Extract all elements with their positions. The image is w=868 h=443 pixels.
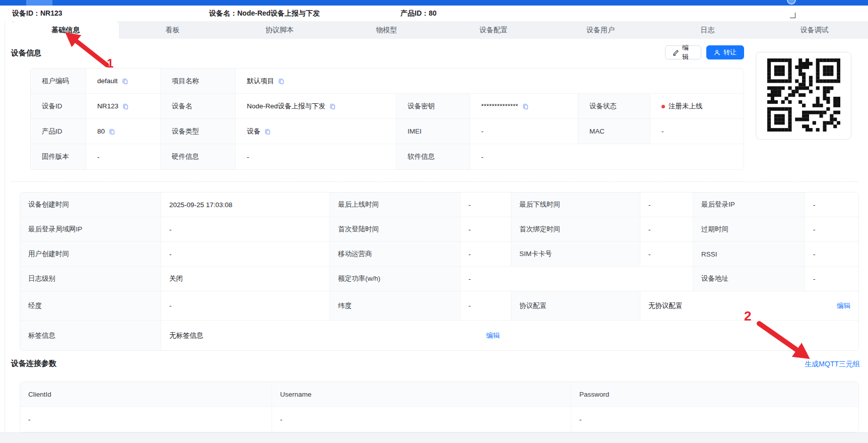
device-qr-code: [767, 58, 840, 134]
sim-number-label: SIM卡卡号: [511, 242, 640, 267]
first-bind-value: -: [640, 217, 693, 242]
section-divider: [11, 181, 857, 182]
tab-logs[interactable]: 日志: [654, 21, 761, 39]
annotation-arrow-1: [72, 37, 107, 65]
table-row: 经度 - 纬度 - 协议配置 无协议配置编辑: [20, 291, 858, 321]
device-address-label: 设备地址: [693, 267, 805, 291]
tags-edit-link[interactable]: 编辑: [486, 331, 500, 340]
longitude-value: -: [161, 291, 330, 321]
table-row: 设备创建时间 2025-09-25 17:03:08 最后上线时间 - 最后下线…: [20, 193, 858, 217]
username-header: Username: [272, 382, 571, 407]
copy-icon[interactable]: [278, 78, 285, 85]
status-dot: [661, 105, 665, 108]
carrier-value: -: [460, 242, 511, 267]
username-value: -: [272, 407, 571, 432]
log-level-label: 日志级别: [20, 267, 161, 291]
first-login-value: -: [460, 217, 511, 242]
user-icon: [714, 49, 720, 56]
tags-label: 标签信息: [20, 321, 161, 350]
firmware-value: -: [86, 144, 161, 169]
carrier-label: 移动运营商: [330, 242, 460, 267]
header-device-id: 设备ID：NR123: [12, 9, 62, 18]
device-type-value: 设备: [247, 127, 260, 136]
header-device-name: 设备名：Node-Red设备上报与下发: [209, 9, 320, 18]
window-header: 设备ID：NR123 设备名：Node-Red设备上报与下发 产品ID：80: [0, 6, 868, 21]
tab-device-users[interactable]: 设备用户: [547, 21, 654, 39]
connection-params-table: ClientId Username Password - - -: [20, 382, 859, 432]
status-badge: 注册未上线: [669, 102, 703, 110]
device-key-label: 设备密钥: [396, 94, 470, 119]
software-value: -: [470, 144, 744, 169]
protocol-config-value: 无协议配置: [648, 301, 683, 310]
last-lan-ip-value: -: [161, 217, 330, 242]
copy-icon[interactable]: [122, 103, 129, 110]
rssi-value: -: [805, 242, 858, 267]
tab-device-config[interactable]: 设备配置: [440, 21, 547, 39]
hardware-label: 硬件信息: [161, 144, 236, 169]
product-id-value: 80: [97, 128, 105, 135]
panel-left-edge: [5, 21, 5, 432]
table-row: - - -: [20, 407, 858, 432]
user-created-label: 用户创建时间: [20, 242, 161, 267]
tab-protocol-script[interactable]: 协议脚本: [226, 21, 333, 39]
table-row: 标签信息 无标签信息编辑: [20, 321, 858, 350]
page-footer-strip: [0, 432, 868, 443]
topbar-segment: [26, 0, 52, 6]
clientid-value: -: [20, 407, 272, 432]
imei-label: IMEI: [396, 119, 470, 144]
avatar-dot[interactable]: [787, 0, 796, 5]
first-bind-label: 首次绑定时间: [511, 217, 640, 242]
sim-number-value: -: [640, 242, 693, 267]
table-row: ClientId Username Password: [20, 382, 858, 407]
software-label: 软件信息: [396, 144, 470, 169]
last-offline-label: 最后下线时间: [511, 193, 640, 217]
device-name-label: 设备名: [161, 94, 236, 119]
device-qr-card: [756, 52, 851, 140]
table-row: 租户编码 default 项目名称 默认项目: [31, 69, 744, 94]
copy-icon[interactable]: [264, 128, 271, 135]
password-value: -: [571, 407, 858, 432]
imei-value: -: [470, 119, 578, 144]
tab-basic-info[interactable]: 基础信息: [12, 21, 119, 39]
edit-device-button[interactable]: 编辑: [665, 45, 701, 59]
created-time-label: 设备创建时间: [20, 193, 161, 217]
copy-icon[interactable]: [108, 128, 115, 135]
device-id-label: 设备ID: [31, 94, 86, 119]
longitude-label: 经度: [20, 291, 161, 321]
tab-dashboard[interactable]: 看板: [119, 21, 226, 39]
transfer-device-button[interactable]: 转让: [706, 45, 744, 59]
device-info-table: 租户编码 default 项目名称 默认项目 设备ID NR123 设备名 No…: [30, 68, 744, 170]
last-offline-value: -: [640, 193, 693, 217]
device-type-label: 设备类型: [161, 119, 236, 144]
rssi-label: RSSI: [693, 242, 805, 267]
table-row: 最后登录局域网IP - 首次登陆时间 - 首次绑定时间 - 过期时间 -: [20, 217, 858, 242]
table-row: 用户创建时间 - 移动运营商 - SIM卡卡号 - RSSI -: [20, 242, 858, 267]
rated-power-label: 额定功率(w/h): [330, 267, 460, 291]
tab-device-debug[interactable]: 设备调试: [761, 21, 868, 39]
user-created-value: -: [161, 242, 330, 267]
copy-icon[interactable]: [522, 103, 529, 110]
device-stats-table: 设备创建时间 2025-09-25 17:03:08 最后上线时间 - 最后下线…: [20, 192, 859, 351]
generate-mqtt-link[interactable]: 生成MQTT三元组: [805, 360, 860, 369]
protocol-config-label: 协议配置: [511, 291, 640, 321]
last-login-ip-label: 最后登录IP: [693, 193, 805, 217]
dock-window-icon[interactable]: [790, 13, 795, 18]
copy-icon[interactable]: [329, 103, 336, 110]
clientid-header: ClientId: [20, 382, 272, 407]
device-address-value: -: [805, 267, 858, 291]
last-online-label: 最后上线时间: [330, 193, 460, 217]
device-id-value: NR123: [97, 102, 118, 110]
header-product-id: 产品ID：80: [400, 9, 437, 18]
protocol-edit-link[interactable]: 编辑: [837, 301, 850, 310]
table-row: 产品ID 80 设备类型 设备 IMEI - MAC -: [31, 119, 744, 144]
mac-value: -: [650, 119, 744, 144]
expire-time-value: -: [805, 217, 858, 242]
detail-tabbar: 基础信息 看板 协议脚本 物模型 设备配置 设备用户 日志 设备调试: [12, 21, 868, 39]
latitude-value: -: [460, 291, 511, 321]
pencil-icon: [673, 49, 679, 56]
password-header: Password: [571, 382, 858, 407]
table-row: 固件版本 - 硬件信息 - 软件信息 -: [31, 144, 744, 169]
copy-icon[interactable]: [121, 78, 128, 85]
tab-thing-model[interactable]: 物模型: [333, 21, 440, 39]
device-key-value: **************: [481, 102, 518, 110]
